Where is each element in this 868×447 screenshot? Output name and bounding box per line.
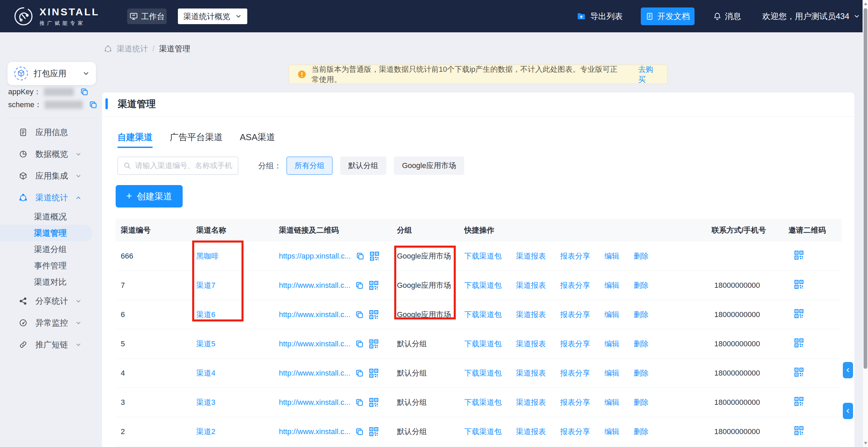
group-filter-option[interactable]: 默认分组 bbox=[340, 156, 386, 175]
copy-icon[interactable] bbox=[89, 100, 98, 109]
tab[interactable]: 自建渠道 bbox=[117, 131, 153, 148]
sidebar-item[interactable]: 分享统计 bbox=[0, 290, 102, 312]
sidebar-item[interactable]: 应用集成 bbox=[0, 165, 102, 187]
invite-qrcode-icon[interactable] bbox=[794, 309, 804, 319]
channel-name-link[interactable]: 黑咖啡 bbox=[196, 252, 219, 260]
action-link[interactable]: 删除 bbox=[634, 339, 649, 349]
scroll-up-arrow-icon[interactable] bbox=[864, 2, 867, 5]
invite-qrcode-icon[interactable] bbox=[794, 396, 804, 407]
sidebar-subitem[interactable]: 渠道分组 bbox=[0, 241, 102, 258]
channel-name-link[interactable]: 渠道7 bbox=[196, 281, 215, 289]
workbench-button[interactable]: 工作台 bbox=[127, 9, 167, 24]
scroll-down-arrow-icon[interactable] bbox=[864, 442, 867, 445]
action-link[interactable]: 报表分享 bbox=[560, 280, 590, 291]
action-link[interactable]: 下载渠道包 bbox=[464, 339, 502, 349]
qrcode-icon[interactable] bbox=[369, 339, 379, 349]
channel-link[interactable]: http://www.xinstall.c... bbox=[279, 427, 350, 436]
action-link[interactable]: 渠道报表 bbox=[516, 310, 546, 320]
action-link[interactable]: 渠道报表 bbox=[516, 339, 546, 349]
action-link[interactable]: 编辑 bbox=[604, 427, 619, 437]
copy-icon[interactable] bbox=[355, 427, 364, 436]
buy-link[interactable]: 去购买 bbox=[638, 64, 659, 85]
action-link[interactable]: 报表分享 bbox=[560, 339, 590, 349]
action-link[interactable]: 下载渠道包 bbox=[464, 251, 502, 261]
action-link[interactable]: 渠道报表 bbox=[516, 280, 546, 291]
channel-search-box[interactable] bbox=[117, 156, 238, 175]
action-link[interactable]: 下载渠道包 bbox=[464, 310, 502, 320]
action-link[interactable]: 编辑 bbox=[604, 339, 619, 349]
dev-docs-button[interactable]: 开发文档 bbox=[641, 7, 695, 25]
channel-link[interactable]: http://www.xinstall.c... bbox=[279, 310, 350, 319]
channel-link[interactable]: http://www.xinstall.c... bbox=[279, 340, 350, 348]
action-link[interactable]: 删除 bbox=[634, 397, 649, 408]
qrcode-icon[interactable] bbox=[369, 310, 379, 320]
action-link[interactable]: 报表分享 bbox=[560, 251, 590, 261]
action-link[interactable]: 渠道报表 bbox=[516, 368, 546, 378]
action-link[interactable]: 渠道报表 bbox=[516, 251, 546, 261]
action-link[interactable]: 报表分享 bbox=[560, 368, 590, 378]
app-select-dropdown[interactable]: 渠道统计概览 bbox=[178, 9, 247, 24]
sidebar-subitem[interactable]: 事件管理 bbox=[0, 258, 102, 274]
sidebar-item[interactable]: 数据概览 bbox=[0, 143, 102, 165]
channel-name-link[interactable]: 渠道2 bbox=[196, 427, 215, 436]
sidebar-item[interactable]: 异常监控 bbox=[0, 312, 102, 334]
action-link[interactable]: 下载渠道包 bbox=[464, 280, 502, 291]
invite-qrcode-icon[interactable] bbox=[794, 367, 804, 377]
qrcode-icon[interactable] bbox=[369, 397, 379, 408]
action-link[interactable]: 报表分享 bbox=[560, 397, 590, 408]
sidebar-subitem[interactable]: 渠道概况 bbox=[0, 209, 102, 225]
app-switcher[interactable]: 打包应用 bbox=[7, 62, 96, 85]
channel-search-input[interactable] bbox=[135, 161, 233, 170]
qrcode-icon[interactable] bbox=[369, 368, 379, 378]
invite-qrcode-icon[interactable] bbox=[794, 250, 804, 260]
action-link[interactable]: 编辑 bbox=[604, 251, 619, 261]
collapse-panel-button[interactable] bbox=[843, 403, 853, 419]
action-link[interactable]: 编辑 bbox=[604, 280, 619, 291]
qrcode-icon[interactable] bbox=[369, 427, 379, 437]
action-link[interactable]: 下载渠道包 bbox=[464, 368, 502, 378]
user-menu[interactable]: 欢迎您，用户测试员434 bbox=[762, 0, 860, 32]
action-link[interactable]: 渠道报表 bbox=[516, 397, 546, 408]
collapse-panel-button[interactable] bbox=[843, 362, 853, 378]
action-link[interactable]: 删除 bbox=[634, 368, 649, 378]
group-filter-option[interactable]: 所有分组 bbox=[286, 156, 333, 175]
tab[interactable]: ASA渠道 bbox=[240, 131, 275, 148]
copy-icon[interactable] bbox=[355, 281, 364, 290]
action-link[interactable]: 删除 bbox=[634, 427, 649, 437]
action-link[interactable]: 报表分享 bbox=[560, 427, 590, 437]
create-channel-button[interactable]: + 创建渠道 bbox=[116, 185, 183, 208]
action-link[interactable]: 删除 bbox=[634, 251, 649, 261]
action-link[interactable]: 下载渠道包 bbox=[464, 397, 502, 408]
qrcode-icon[interactable] bbox=[369, 280, 379, 291]
action-link[interactable]: 删除 bbox=[634, 310, 649, 320]
invite-qrcode-icon[interactable] bbox=[794, 338, 804, 348]
channel-link[interactable]: http://www.xinstall.c... bbox=[279, 398, 350, 407]
sidebar-item[interactable]: 渠道统计 bbox=[0, 187, 102, 209]
action-link[interactable]: 编辑 bbox=[604, 310, 619, 320]
channel-link[interactable]: http://www.xinstall.c... bbox=[279, 281, 350, 290]
action-link[interactable]: 下载渠道包 bbox=[464, 427, 502, 437]
action-link[interactable]: 编辑 bbox=[604, 368, 619, 378]
copy-icon[interactable] bbox=[355, 369, 364, 378]
tab[interactable]: 广告平台渠道 bbox=[170, 131, 223, 148]
vertical-scrollbar[interactable] bbox=[863, 0, 868, 447]
invite-qrcode-icon[interactable] bbox=[794, 279, 804, 289]
sidebar-item[interactable]: 应用信息 bbox=[0, 121, 102, 143]
channel-name-link[interactable]: 渠道5 bbox=[196, 340, 215, 348]
qrcode-icon[interactable] bbox=[369, 251, 380, 261]
action-link[interactable]: 编辑 bbox=[604, 397, 619, 408]
breadcrumb-parent[interactable]: 渠道统计 bbox=[117, 44, 148, 54]
action-link[interactable]: 渠道报表 bbox=[516, 427, 546, 437]
copy-icon[interactable] bbox=[356, 252, 365, 261]
channel-name-link[interactable]: 渠道3 bbox=[196, 398, 215, 407]
copy-icon[interactable] bbox=[355, 398, 364, 407]
channel-name-link[interactable]: 渠道6 bbox=[196, 310, 215, 319]
action-link[interactable]: 报表分享 bbox=[560, 310, 590, 320]
copy-icon[interactable] bbox=[355, 340, 364, 348]
sidebar-subitem[interactable]: 渠道对比 bbox=[0, 274, 102, 290]
copy-icon[interactable] bbox=[80, 87, 89, 96]
sidebar-item[interactable]: 推广短链 bbox=[0, 334, 102, 355]
group-filter-option[interactable]: Google应用市场 bbox=[394, 156, 464, 175]
scrollbar-thumb[interactable] bbox=[864, 8, 867, 369]
channel-link[interactable]: https://app.xinstall.c... bbox=[279, 252, 351, 261]
